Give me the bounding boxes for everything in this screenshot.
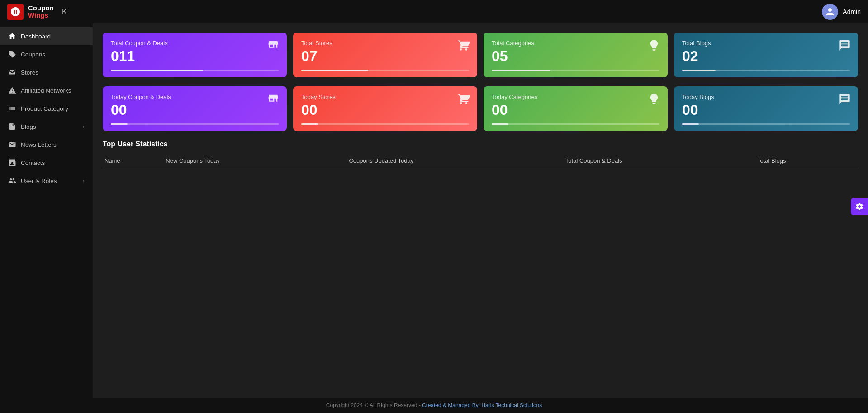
cart-icon [457,39,470,53]
card-today-categories-title: Today Categories [492,94,659,100]
col-total-coupon-deals: Total Coupon & Deals [564,154,755,168]
chevron-right-icon-2: › [83,178,85,183]
card-total-stores-title: Total Stores [301,40,469,47]
admin-label: Admin [843,8,861,15]
sidebar-item-stores-label: Stores [21,69,85,76]
card-today-coupon-deals-bar [111,123,279,125]
settings-icon [855,202,864,211]
sidebar-item-affiliated-networks[interactable]: Affiliated Networks [0,81,93,99]
sidebar-item-blogs[interactable]: Blogs › [0,117,93,136]
logo-box [7,4,24,20]
logo-icon [10,6,21,17]
mail-icon [8,141,16,149]
card-today-categories-bar [492,123,659,125]
sidebar-item-contacts-label: Contacts [21,160,85,166]
sidebar-item-blogs-label: Blogs [21,123,78,130]
footer-link[interactable]: Created & Managed By: Haris Technical So… [422,402,542,408]
card-today-blogs-bar-fill [682,123,699,125]
card-total-blogs: Total Blogs 02 [674,33,858,77]
main-layout: Dashboard Coupons Stores A [0,23,868,398]
sidebar: Dashboard Coupons Stores A [0,23,93,398]
main-content: Total Coupon & Deals 011 Total Stores 07 [93,23,868,398]
card-today-categories-bar-fill [492,123,508,125]
warning-icon [8,86,16,94]
sidebar-toggle-button[interactable]: K [62,7,67,17]
brand-coupon: Coupon [28,5,54,12]
cards-row-1: Total Coupon & Deals 011 Total Stores 07 [103,33,858,77]
card-today-stores-title: Today Stores [301,94,469,100]
brand-name: Coupon Wings [28,5,54,19]
users-icon [8,177,16,185]
card-total-blogs-bar-fill [682,70,716,71]
store-icon [8,68,16,76]
card-total-coupon-deals-bar [111,70,279,71]
top-bar: Coupon Wings K Admin [0,0,868,23]
card-today-coupon-deals-title: Today Coupon & Deals [111,94,279,100]
sidebar-item-product-category[interactable]: Product Category [0,99,93,117]
card-today-stores-bar [301,123,469,125]
card-total-blogs-title: Total Blogs [682,40,850,47]
sidebar-item-affiliated-networks-label: Affiliated Networks [21,87,85,94]
card-today-stores-bar-fill [301,123,318,125]
card-today-stores: Today Stores 00 [293,86,477,131]
card-total-coupon-deals-title: Total Coupon & Deals [111,40,279,47]
sidebar-item-news-letters[interactable]: News Letters [0,136,93,154]
sidebar-item-dashboard-label: Dashboard [21,33,85,40]
app-wrapper: Coupon Wings K Admin Dashboard [0,0,868,413]
card-today-coupon-deals: Today Coupon & Deals 00 [103,86,287,131]
sidebar-item-user-roles[interactable]: User & Roles › [0,172,93,190]
card-today-blogs-value: 00 [682,102,850,118]
card-total-coupon-deals-value: 011 [111,48,279,64]
card-total-categories-title: Total Categories [492,40,659,47]
card-total-stores: Total Stores 07 [293,33,477,77]
file-icon [8,122,16,131]
bulb-icon-2 [648,93,660,107]
bulb-icon [648,39,660,53]
stats-table: Name New Coupons Today Coupons Updated T… [103,154,858,168]
stats-section: Top User Statistics Name New Coupons Tod… [103,140,858,389]
col-new-coupons-today: New Coupons Today [164,154,347,168]
contact-icon [8,159,16,167]
cart-icon-2 [457,93,470,107]
card-total-coupon-deals: Total Coupon & Deals 011 [103,33,287,77]
card-today-categories-value: 00 [492,102,659,118]
chat-icon [838,39,851,53]
table-header-row: Name New Coupons Today Coupons Updated T… [103,154,858,168]
avatar [822,4,838,20]
settings-fab-button[interactable] [851,198,868,215]
top-bar-left: Coupon Wings K [7,4,67,20]
card-total-categories-value: 05 [492,48,659,64]
card-today-stores-value: 00 [301,102,469,118]
card-today-categories: Today Categories 00 [484,86,668,131]
sidebar-item-product-category-label: Product Category [21,105,85,112]
card-today-blogs-bar [682,123,850,125]
avatar-icon [825,7,835,16]
card-total-coupon-deals-bar-fill [111,70,203,71]
sidebar-item-contacts[interactable]: Contacts [0,154,93,172]
chevron-right-icon: › [83,124,85,129]
card-today-blogs: Today Blogs 00 [674,86,858,131]
cards-row-2: Today Coupon & Deals 00 Today Stores 00 [103,86,858,131]
sidebar-item-coupons[interactable]: Coupons [0,45,93,63]
sidebar-item-user-roles-label: User & Roles [21,178,78,184]
card-total-categories-bar-fill [492,70,550,71]
card-total-stores-bar-fill [301,70,368,71]
card-total-stores-bar [301,70,469,71]
stats-title: Top User Statistics [103,140,858,148]
col-coupons-updated-today: Coupons Updated Today [347,154,563,168]
col-name: Name [103,154,164,168]
card-total-categories: Total Categories 05 [484,33,668,77]
sidebar-item-coupons-label: Coupons [21,51,85,58]
col-total-blogs: Total Blogs [755,154,858,168]
card-total-stores-value: 07 [301,48,469,64]
top-bar-right: Admin [822,4,861,20]
sidebar-item-dashboard[interactable]: Dashboard [0,27,93,45]
card-today-coupon-deals-value: 00 [111,102,279,118]
card-total-blogs-value: 02 [682,48,850,64]
sidebar-item-stores[interactable]: Stores [0,63,93,81]
card-total-blogs-bar [682,70,850,71]
sidebar-item-news-letters-label: News Letters [21,141,85,148]
coupon-icon-2 [267,93,280,107]
tag-icon [8,50,16,58]
home-icon [8,32,16,40]
